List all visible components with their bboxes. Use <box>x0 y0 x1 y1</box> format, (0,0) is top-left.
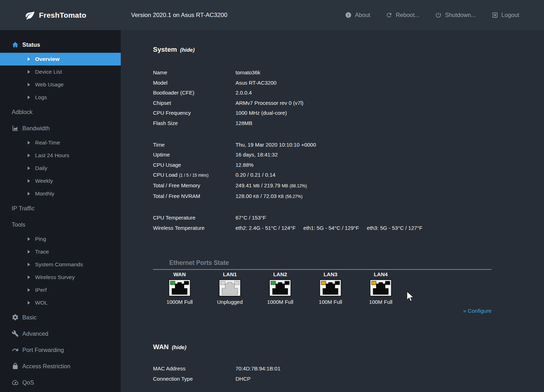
caret-right-icon <box>28 96 30 99</box>
row-value: ARMv7 Processor rev 0 (v7l) <box>236 98 544 108</box>
port-name: LAN3 <box>305 271 356 277</box>
sidebar-item-logs[interactable]: Logs <box>0 91 121 104</box>
sidebar-item-label: Last 24 Hours <box>35 152 69 159</box>
header-link-logout[interactable]: Logout <box>492 12 519 18</box>
info-row: CPU Load (1 / 5 / 15 mins)0.20 / 0.21 / … <box>153 170 544 181</box>
sidebar-item-ip-traffic[interactable]: IP Traffic <box>0 200 121 216</box>
header-link-shutdown[interactable]: Shutdown... <box>435 12 476 18</box>
row-label: CPU Frequency <box>153 108 236 118</box>
sidebar-item-last-24-hours[interactable]: Last 24 Hours <box>0 149 121 162</box>
caret-right-icon <box>28 263 30 266</box>
sidebar-item-system-commands[interactable]: System Commands <box>0 258 121 271</box>
sidebar-item-weekly[interactable]: Weekly <box>0 175 121 187</box>
ethernet-port-lan3: LAN3 100M Full <box>305 271 356 305</box>
header-link-label: Reboot... <box>396 12 419 18</box>
header-link-about[interactable]: About <box>345 12 370 18</box>
ethernet-ports-heading: Ethernet Ports State <box>153 259 492 270</box>
sidebar-item-qos[interactable]: QoS <box>0 374 121 391</box>
sidebar-item-iperf[interactable]: IPerf <box>0 284 121 296</box>
configure-row: » Configure <box>153 308 492 314</box>
port-name: LAN4 <box>356 271 406 277</box>
info-row: Bootloader (CFE)2.0.0.4 <box>153 88 544 98</box>
caret-right-icon <box>28 154 30 157</box>
wan-hide-link[interactable]: (hide) <box>172 344 186 350</box>
sidebar-item-status[interactable]: Status <box>0 36 121 53</box>
row-label: Total / Free NVRAM <box>153 191 236 202</box>
row-value: Asus RT-AC3200 <box>236 78 544 88</box>
sidebar-item-wol[interactable]: WOL <box>0 296 121 309</box>
sidebar-item-daily[interactable]: Daily <box>0 162 121 175</box>
row-value: 0.20 / 0.21 / 0.14 <box>236 170 544 181</box>
header-link-reboot[interactable]: Reboot... <box>386 12 419 18</box>
wan-section-title: WAN <box>153 343 169 351</box>
port-speed: 100M Full <box>356 299 406 305</box>
row-value: DHCP <box>236 374 544 384</box>
info-row: ModelAsus RT-AC3200 <box>153 78 544 88</box>
row-label: Model <box>153 78 236 88</box>
sidebar-item-label: System Commands <box>35 261 83 268</box>
logout-icon <box>492 12 498 18</box>
row-value: 67°C / 153°F <box>236 213 544 223</box>
port-speed: 1000M Full <box>154 299 205 305</box>
sidebar-item-overview[interactable]: Overview <box>0 53 121 66</box>
gear-icon <box>12 314 19 321</box>
main-content: System(hide) Nametomato36kModelAsus RT-A… <box>121 30 544 392</box>
logo-text: FreshTomato <box>39 11 86 19</box>
sidebar-item-basic[interactable]: Basic <box>0 309 121 325</box>
system-section: System(hide) Nametomato36kModelAsus RT-A… <box>153 46 544 233</box>
row-value: Thu, 19 Mar 2020 10:10:10 +0000 <box>236 140 544 150</box>
sidebar-item-bandwidth[interactable]: Bandwidth <box>0 120 121 136</box>
row-value: 128.00 KB / 72.03 KB (56.27%) <box>236 191 544 202</box>
wan-section: WAN(hide) MAC Address70:4D:7B:94:1B:01Co… <box>153 343 544 384</box>
sidebar-item-label: IP Traffic <box>12 205 35 212</box>
sidebar-item-trace[interactable]: Trace <box>0 245 121 258</box>
sidebar-item-device-list[interactable]: Device List <box>0 66 121 78</box>
sidebar-item-wireless-survey[interactable]: Wireless Survey <box>0 271 121 284</box>
sidebar-item-real-time[interactable]: Real-Time <box>0 136 121 149</box>
row-label: Total / Free Memory <box>153 181 236 191</box>
info-row: Total / Free NVRAM128.00 KB / 72.03 KB (… <box>153 191 544 202</box>
sidebar-item-web-usage[interactable]: Web Usage <box>0 78 121 91</box>
sidebar-item-port-forwarding[interactable]: Port Forwarding <box>0 342 121 358</box>
sidebar-item-label: Status <box>22 41 40 48</box>
sidebar-item-access-restriction[interactable]: Access Restriction <box>0 358 121 374</box>
lock-icon <box>12 363 19 370</box>
row-value: 16 days, 18:41:32 <box>236 150 544 160</box>
caret-right-icon <box>28 57 30 61</box>
sidebar-item-label: Logs <box>35 94 47 101</box>
port-name: LAN1 <box>205 271 255 277</box>
sidebar-item-tools[interactable]: Tools <box>0 216 121 233</box>
ethernet-port-icon <box>168 279 191 297</box>
row-label: CPU Load (1 / 5 / 15 mins) <box>153 170 236 181</box>
sidebar-item-label: QoS <box>22 379 34 386</box>
ethernet-port-wan: WAN 1000M Full <box>154 271 205 305</box>
row-value: tomato36k <box>236 68 544 78</box>
reboot-icon <box>386 12 392 18</box>
row-value: 249.41 MB / 219.79 MB (88.12%) <box>236 181 544 191</box>
caret-right-icon <box>28 192 30 195</box>
caret-right-icon <box>28 83 30 86</box>
info-row: Nametomato36k <box>153 68 544 78</box>
home-icon <box>12 41 19 48</box>
ethernet-port-icon <box>319 279 342 297</box>
system-hide-link[interactable]: (hide) <box>180 47 195 53</box>
port-speed: 100M Full <box>305 299 356 305</box>
caret-right-icon <box>28 250 30 254</box>
sidebar-item-monthly[interactable]: Monthly <box>0 187 121 200</box>
chart-icon <box>12 125 19 132</box>
sidebar-item-advanced[interactable]: Advanced <box>0 325 121 342</box>
sidebar-item-label: Access Restriction <box>22 363 70 370</box>
port-name: LAN2 <box>255 271 305 277</box>
info-row: CPU Temperature67°C / 153°F <box>153 213 544 223</box>
sidebar-item-label: Overview <box>35 56 60 62</box>
configure-link[interactable]: » Configure <box>463 308 492 314</box>
freshtomato-logo: FreshTomato <box>0 10 121 21</box>
sidebar-item-ping[interactable]: Ping <box>0 233 121 245</box>
sidebar-item-label: WOL <box>35 300 47 306</box>
sidebar-item-label: Trace <box>35 249 49 255</box>
row-value: 2.0.0.4 <box>236 88 544 98</box>
sidebar-item-adblock[interactable]: Adblock <box>0 104 121 120</box>
forward-icon <box>12 346 19 353</box>
row-label: Name <box>153 68 236 78</box>
caret-right-icon <box>28 275 30 279</box>
